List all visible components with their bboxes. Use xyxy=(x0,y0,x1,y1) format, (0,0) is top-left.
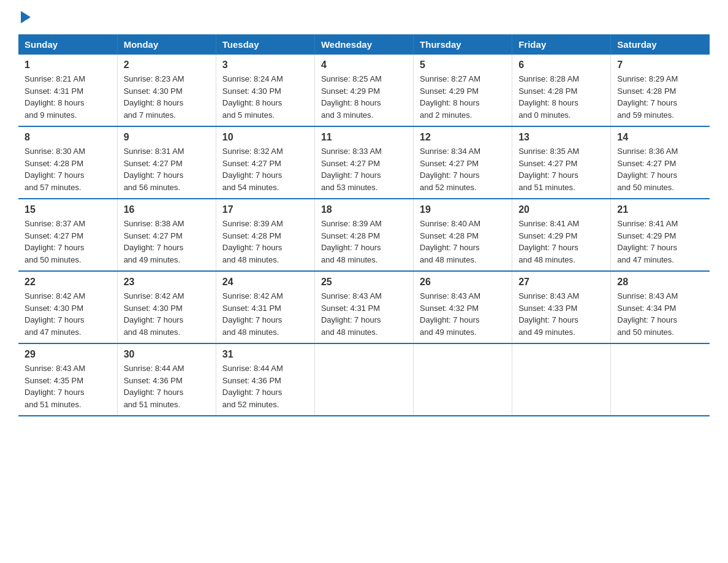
calendar-cell: 20 Sunrise: 8:41 AM Sunset: 4:29 PM Dayl… xyxy=(512,199,611,271)
day-number: 12 xyxy=(420,132,506,143)
day-number: 24 xyxy=(222,277,308,288)
day-number: 27 xyxy=(518,277,604,288)
day-number: 1 xyxy=(25,59,111,71)
calendar-cell: 16 Sunrise: 8:38 AM Sunset: 4:27 PM Dayl… xyxy=(117,199,216,271)
day-number: 20 xyxy=(518,204,604,215)
day-info: Sunrise: 8:42 AM Sunset: 4:30 PM Dayligh… xyxy=(124,290,210,338)
weekday-header-monday: Monday xyxy=(117,34,216,55)
calendar-cell: 28 Sunrise: 8:43 AM Sunset: 4:34 PM Dayl… xyxy=(611,271,710,343)
calendar-cell: 5 Sunrise: 8:27 AM Sunset: 4:29 PM Dayli… xyxy=(414,55,512,126)
logo xyxy=(18,12,31,23)
day-info: Sunrise: 8:34 AM Sunset: 4:27 PM Dayligh… xyxy=(420,145,506,193)
day-info: Sunrise: 8:41 AM Sunset: 4:29 PM Dayligh… xyxy=(518,218,604,266)
calendar-cell: 3 Sunrise: 8:24 AM Sunset: 4:30 PM Dayli… xyxy=(216,55,314,126)
day-info: Sunrise: 8:43 AM Sunset: 4:32 PM Dayligh… xyxy=(420,290,506,338)
day-number: 14 xyxy=(617,132,703,143)
day-number: 19 xyxy=(420,204,506,215)
calendar-cell: 6 Sunrise: 8:28 AM Sunset: 4:28 PM Dayli… xyxy=(512,55,611,126)
weekday-header-wednesday: Wednesday xyxy=(314,34,413,55)
calendar-cell xyxy=(314,343,413,416)
calendar-cell: 7 Sunrise: 8:29 AM Sunset: 4:28 PM Dayli… xyxy=(611,55,710,126)
logo-triangle-icon xyxy=(21,11,31,23)
day-number: 8 xyxy=(25,132,111,143)
calendar-cell: 30 Sunrise: 8:44 AM Sunset: 4:36 PM Dayl… xyxy=(117,343,216,416)
day-info: Sunrise: 8:31 AM Sunset: 4:27 PM Dayligh… xyxy=(124,145,210,193)
day-info: Sunrise: 8:38 AM Sunset: 4:27 PM Dayligh… xyxy=(124,218,210,266)
day-info: Sunrise: 8:42 AM Sunset: 4:31 PM Dayligh… xyxy=(222,290,308,338)
calendar-cell: 12 Sunrise: 8:34 AM Sunset: 4:27 PM Dayl… xyxy=(414,126,512,199)
calendar-cell: 11 Sunrise: 8:33 AM Sunset: 4:27 PM Dayl… xyxy=(314,126,413,199)
calendar-cell: 25 Sunrise: 8:43 AM Sunset: 4:31 PM Dayl… xyxy=(314,271,413,343)
day-info: Sunrise: 8:43 AM Sunset: 4:35 PM Dayligh… xyxy=(25,362,111,410)
day-number: 4 xyxy=(321,59,407,71)
calendar-cell: 27 Sunrise: 8:43 AM Sunset: 4:33 PM Dayl… xyxy=(512,271,611,343)
day-number: 15 xyxy=(25,204,111,215)
day-info: Sunrise: 8:43 AM Sunset: 4:34 PM Dayligh… xyxy=(617,290,703,338)
calendar-cell: 17 Sunrise: 8:39 AM Sunset: 4:28 PM Dayl… xyxy=(216,199,314,271)
weekday-header-row: SundayMondayTuesdayWednesdayThursdayFrid… xyxy=(18,34,710,55)
day-info: Sunrise: 8:28 AM Sunset: 4:28 PM Dayligh… xyxy=(518,73,604,121)
day-number: 31 xyxy=(222,349,308,360)
calendar-cell: 22 Sunrise: 8:42 AM Sunset: 4:30 PM Dayl… xyxy=(18,271,117,343)
day-info: Sunrise: 8:42 AM Sunset: 4:30 PM Dayligh… xyxy=(25,290,111,338)
day-info: Sunrise: 8:33 AM Sunset: 4:27 PM Dayligh… xyxy=(321,145,407,193)
day-number: 26 xyxy=(420,277,506,288)
day-number: 2 xyxy=(124,59,210,71)
calendar-cell: 2 Sunrise: 8:23 AM Sunset: 4:30 PM Dayli… xyxy=(117,55,216,126)
calendar-cell xyxy=(611,343,710,416)
day-info: Sunrise: 8:39 AM Sunset: 4:28 PM Dayligh… xyxy=(222,218,308,266)
calendar-cell: 19 Sunrise: 8:40 AM Sunset: 4:28 PM Dayl… xyxy=(414,199,512,271)
calendar-week-row: 15 Sunrise: 8:37 AM Sunset: 4:27 PM Dayl… xyxy=(18,199,710,271)
day-info: Sunrise: 8:44 AM Sunset: 4:36 PM Dayligh… xyxy=(222,362,308,410)
day-number: 22 xyxy=(25,277,111,288)
day-number: 29 xyxy=(25,349,111,360)
calendar-cell: 10 Sunrise: 8:32 AM Sunset: 4:27 PM Dayl… xyxy=(216,126,314,199)
calendar-cell xyxy=(512,343,611,416)
calendar-cell: 23 Sunrise: 8:42 AM Sunset: 4:30 PM Dayl… xyxy=(117,271,216,343)
day-info: Sunrise: 8:43 AM Sunset: 4:31 PM Dayligh… xyxy=(321,290,407,338)
calendar-cell: 9 Sunrise: 8:31 AM Sunset: 4:27 PM Dayli… xyxy=(117,126,216,199)
calendar-cell: 14 Sunrise: 8:36 AM Sunset: 4:27 PM Dayl… xyxy=(611,126,710,199)
day-number: 23 xyxy=(124,277,210,288)
day-info: Sunrise: 8:29 AM Sunset: 4:28 PM Dayligh… xyxy=(617,73,703,121)
calendar-cell: 24 Sunrise: 8:42 AM Sunset: 4:31 PM Dayl… xyxy=(216,271,314,343)
day-number: 5 xyxy=(420,59,506,71)
calendar-cell: 29 Sunrise: 8:43 AM Sunset: 4:35 PM Dayl… xyxy=(18,343,117,416)
day-number: 3 xyxy=(222,59,308,71)
day-info: Sunrise: 8:44 AM Sunset: 4:36 PM Dayligh… xyxy=(124,362,210,410)
day-info: Sunrise: 8:30 AM Sunset: 4:28 PM Dayligh… xyxy=(25,145,111,193)
day-number: 9 xyxy=(124,132,210,143)
day-info: Sunrise: 8:32 AM Sunset: 4:27 PM Dayligh… xyxy=(222,145,308,193)
day-info: Sunrise: 8:24 AM Sunset: 4:30 PM Dayligh… xyxy=(222,73,308,121)
header xyxy=(18,12,710,23)
calendar-week-row: 8 Sunrise: 8:30 AM Sunset: 4:28 PM Dayli… xyxy=(18,126,710,199)
day-number: 17 xyxy=(222,204,308,215)
calendar-cell: 13 Sunrise: 8:35 AM Sunset: 4:27 PM Dayl… xyxy=(512,126,611,199)
calendar-cell: 21 Sunrise: 8:41 AM Sunset: 4:29 PM Dayl… xyxy=(611,199,710,271)
day-number: 25 xyxy=(321,277,407,288)
calendar-week-row: 1 Sunrise: 8:21 AM Sunset: 4:31 PM Dayli… xyxy=(18,55,710,126)
day-number: 6 xyxy=(518,59,604,71)
day-number: 10 xyxy=(222,132,308,143)
day-number: 16 xyxy=(124,204,210,215)
calendar-cell: 26 Sunrise: 8:43 AM Sunset: 4:32 PM Dayl… xyxy=(414,271,512,343)
calendar-cell: 8 Sunrise: 8:30 AM Sunset: 4:28 PM Dayli… xyxy=(18,126,117,199)
day-number: 30 xyxy=(124,349,210,360)
weekday-header-thursday: Thursday xyxy=(414,34,512,55)
calendar-cell: 4 Sunrise: 8:25 AM Sunset: 4:29 PM Dayli… xyxy=(314,55,413,126)
day-info: Sunrise: 8:40 AM Sunset: 4:28 PM Dayligh… xyxy=(420,218,506,266)
day-info: Sunrise: 8:39 AM Sunset: 4:28 PM Dayligh… xyxy=(321,218,407,266)
calendar-cell: 15 Sunrise: 8:37 AM Sunset: 4:27 PM Dayl… xyxy=(18,199,117,271)
weekday-header-sunday: Sunday xyxy=(18,34,117,55)
calendar-week-row: 29 Sunrise: 8:43 AM Sunset: 4:35 PM Dayl… xyxy=(18,343,710,416)
day-number: 21 xyxy=(617,204,703,215)
day-info: Sunrise: 8:36 AM Sunset: 4:27 PM Dayligh… xyxy=(617,145,703,193)
day-number: 11 xyxy=(321,132,407,143)
day-info: Sunrise: 8:23 AM Sunset: 4:30 PM Dayligh… xyxy=(124,73,210,121)
calendar-cell: 18 Sunrise: 8:39 AM Sunset: 4:28 PM Dayl… xyxy=(314,199,413,271)
day-number: 13 xyxy=(518,132,604,143)
calendar-week-row: 22 Sunrise: 8:42 AM Sunset: 4:30 PM Dayl… xyxy=(18,271,710,343)
day-number: 18 xyxy=(321,204,407,215)
calendar-cell: 1 Sunrise: 8:21 AM Sunset: 4:31 PM Dayli… xyxy=(18,55,117,126)
calendar-cell: 31 Sunrise: 8:44 AM Sunset: 4:36 PM Dayl… xyxy=(216,343,314,416)
